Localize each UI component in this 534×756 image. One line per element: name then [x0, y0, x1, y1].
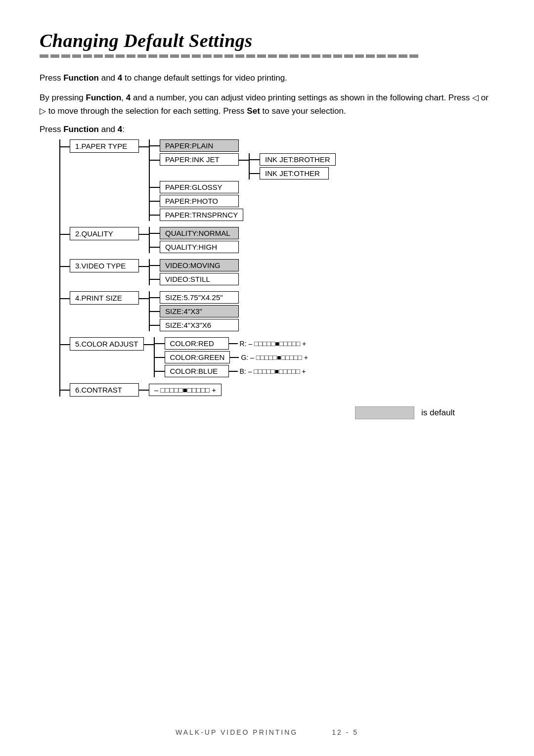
page: Changing Default Settings Press Function…	[0, 0, 534, 449]
sub-inkjet-brother: INK JET:BROTHER	[250, 153, 336, 166]
option-quality-normal: QUALITY:NORMAL	[150, 227, 239, 239]
option-paper-inkjet: PAPER:INK JET INK JET:BROTHER INK J	[150, 153, 336, 179]
option-size-4x3: SIZE:4"X3"	[150, 305, 239, 317]
title-rule	[40, 54, 494, 58]
option-paper-glossy: PAPER:GLOSSY	[150, 181, 336, 193]
page-title: Changing Default Settings	[40, 30, 494, 51]
section-paper-type: 1.PAPER TYPE PAPER:PLAIN PAPER:INK JET	[60, 139, 494, 221]
intro-paragraph-2: By pressing Function, 4 and a number, yo…	[40, 91, 494, 118]
menu-color-adjust: 5.COLOR ADJUST	[70, 337, 144, 351]
menu-contrast: 6.CONTRAST	[70, 383, 139, 397]
section-video-type: 3.VIDEO TYPE VIDEO:MOVING VIDEO:STILL	[60, 259, 494, 285]
menu-paper-type: 1.PAPER TYPE	[70, 139, 139, 153]
section-contrast: 6.CONTRAST – □□□□□■□□□□□ +	[60, 383, 494, 397]
section-color-adjust: 5.COLOR ADJUST COLOR:RED R: – □□□□□■□□□□…	[60, 337, 494, 377]
color-bar-red: R: – □□□□□■□□□□□ +	[240, 340, 307, 348]
color-bar-blue: B: – □□□□□■□□□□□ +	[240, 367, 306, 375]
option-video-moving: VIDEO:MOVING	[150, 259, 239, 271]
option-color-blue: COLOR:BLUE B: – □□□□□■□□□□□ +	[155, 365, 308, 377]
option-quality-high: QUALITY:HIGH	[150, 241, 239, 253]
footer-text: WALK-UP VIDEO PRINTING	[176, 728, 298, 736]
option-paper-plain: PAPER:PLAIN	[150, 139, 336, 152]
section-print-size: 4.PRINT SIZE SIZE:5.75"X4.25" SIZE:4"X3"	[60, 291, 494, 331]
intro-paragraph-1: Press Function and 4 to change default s…	[40, 72, 494, 85]
option-size-575x425: SIZE:5.75"X4.25"	[150, 291, 239, 304]
contrast-bar: – □□□□□■□□□□□ +	[149, 384, 222, 396]
option-paper-trnsprncy: PAPER:TRNSPRNCY	[150, 209, 336, 221]
section-quality: 2.QUALITY QUALITY:NORMAL QUALITY:HIGH	[60, 227, 494, 253]
menu-video-type: 3.VIDEO TYPE	[70, 259, 139, 272]
menu-quality: 2.QUALITY	[70, 227, 139, 240]
footer: WALK-UP VIDEO PRINTING 12 - 5	[0, 728, 534, 736]
menu-print-size: 4.PRINT SIZE	[70, 291, 139, 305]
color-bar-green: G: – □□□□□■□□□□□ +	[241, 354, 308, 361]
option-video-still: VIDEO:STILL	[150, 273, 239, 285]
legend-default-box	[355, 406, 414, 419]
legend-text: is default	[421, 408, 455, 418]
footer-page: 12 - 5	[332, 728, 358, 736]
option-paper-photo: PAPER:PHOTO	[150, 195, 336, 207]
option-size-4x3x6: SIZE:4"X3"X6	[150, 319, 239, 331]
sub-inkjet-other: INK JET:OTHER	[250, 167, 336, 179]
option-color-green: COLOR:GREEN G: – □□□□□■□□□□□ +	[155, 351, 308, 363]
press-function-label: Press Function and 4:	[40, 125, 494, 134]
option-color-red: COLOR:RED R: – □□□□□■□□□□□ +	[155, 337, 308, 350]
legend: is default	[40, 406, 455, 419]
